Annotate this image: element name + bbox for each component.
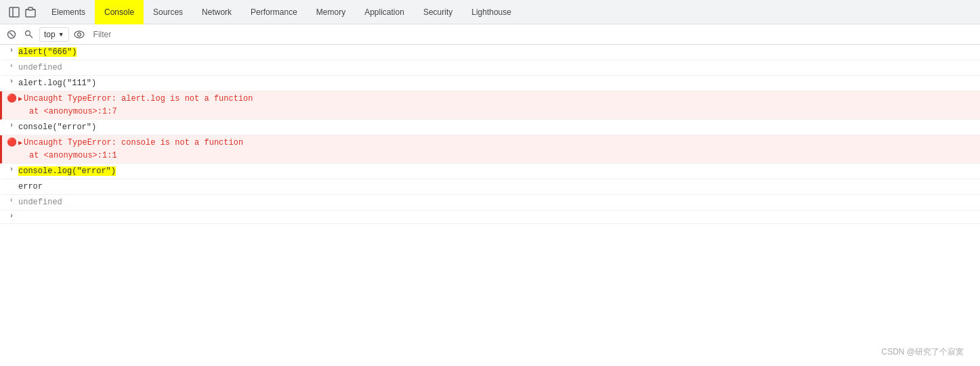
tab-elements[interactable]: Elements <box>42 0 95 24</box>
output-arrow-icon: ‹ <box>6 196 17 204</box>
console-error-text: ▶Uncaught TypeError: alert.log is not a … <box>18 93 980 118</box>
dock-icon[interactable] <box>8 6 20 18</box>
context-dropdown[interactable]: top ▼ <box>39 27 69 42</box>
console-toolbar: top ▼ <box>0 24 980 45</box>
error-icon: 🔴 <box>6 137 17 147</box>
watermark: CSDN @研究了个寂寞 <box>881 346 964 358</box>
dropdown-arrow-icon: ▼ <box>58 31 64 38</box>
svg-rect-4 <box>28 7 33 10</box>
console-row: › alert.log("111") <box>0 76 980 91</box>
tab-lighthouse[interactable]: Lighthouse <box>462 0 521 24</box>
console-input-text: alert("666") <box>18 46 980 58</box>
output-arrow-icon: ‹ <box>6 62 17 70</box>
tab-memory[interactable]: Memory <box>307 0 355 24</box>
tab-application[interactable]: Application <box>355 0 414 24</box>
svg-point-9 <box>74 31 84 38</box>
devtools-icons <box>3 6 42 18</box>
console-output-text: undefined <box>18 196 980 208</box>
console-output-text: undefined <box>18 62 980 74</box>
console-row: ‹ undefined <box>0 195 980 210</box>
input-arrow-icon: › <box>6 77 17 85</box>
svg-line-6 <box>9 32 14 37</box>
eye-icon[interactable] <box>72 27 87 42</box>
console-input-text: console.log("error") <box>18 165 980 177</box>
clear-console-icon[interactable] <box>4 27 19 42</box>
console-row: › console("error") <box>0 120 980 135</box>
svg-line-8 <box>30 35 33 38</box>
console-error-row: 🔴 ▶Uncaught TypeError: alert.log is not … <box>0 91 980 120</box>
tab-console[interactable]: Console <box>95 0 144 24</box>
tab-security[interactable]: Security <box>414 0 462 24</box>
tab-performance[interactable]: Performance <box>241 0 307 24</box>
svg-rect-0 <box>9 7 19 17</box>
console-error-text: ▶Uncaught TypeError: console is not a fu… <box>18 137 980 162</box>
svg-point-7 <box>26 30 30 35</box>
undock-icon[interactable] <box>24 6 37 18</box>
console-row: › alert("666") <box>0 45 980 60</box>
tab-sources[interactable]: Sources <box>144 0 192 24</box>
console-input-text: alert.log("111") <box>18 77 980 89</box>
console-row: error <box>0 179 980 195</box>
context-label: top <box>44 30 56 39</box>
console-row: › console.log("error") <box>0 164 980 179</box>
input-arrow-icon: › <box>6 165 17 173</box>
filter-input[interactable] <box>89 27 976 42</box>
spacer-icon <box>6 181 17 181</box>
input-arrow-icon: › <box>6 121 17 129</box>
input-arrow-icon: › <box>6 46 17 54</box>
prompt-arrow-icon: › <box>6 212 17 220</box>
console-output: › alert("666") ‹ undefined › alert.log("… <box>0 45 980 352</box>
svg-point-10 <box>77 32 81 36</box>
tab-bar: Elements Console Sources Network Perform… <box>0 0 980 24</box>
console-error-row: 🔴 ▶Uncaught TypeError: console is not a … <box>0 135 980 164</box>
error-icon: 🔴 <box>6 93 17 104</box>
tab-network[interactable]: Network <box>192 0 241 24</box>
console-row: ‹ undefined <box>0 60 980 76</box>
filter-icon[interactable] <box>22 27 37 42</box>
console-output-text: error <box>18 181 980 193</box>
console-prompt-row[interactable]: › <box>0 210 980 224</box>
console-input-text: console("error") <box>18 121 980 133</box>
